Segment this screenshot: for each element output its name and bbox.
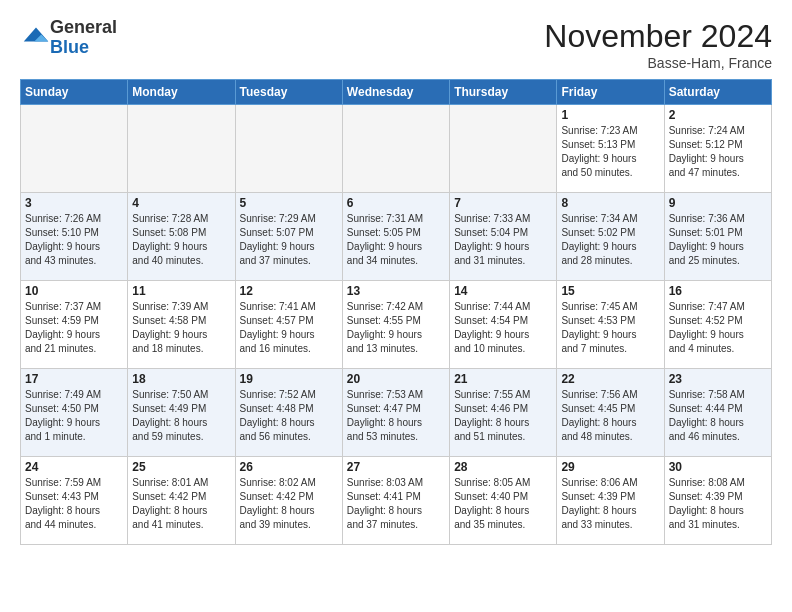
calendar-cell-w4-d1: 25Sunrise: 8:01 AM Sunset: 4:42 PM Dayli… (128, 457, 235, 545)
calendar-cell-w2-d1: 11Sunrise: 7:39 AM Sunset: 4:58 PM Dayli… (128, 281, 235, 369)
day-number: 23 (669, 372, 767, 386)
day-info: Sunrise: 7:34 AM Sunset: 5:02 PM Dayligh… (561, 212, 659, 268)
day-number: 22 (561, 372, 659, 386)
calendar-week-row-3: 17Sunrise: 7:49 AM Sunset: 4:50 PM Dayli… (21, 369, 772, 457)
day-info: Sunrise: 8:05 AM Sunset: 4:40 PM Dayligh… (454, 476, 552, 532)
day-number: 8 (561, 196, 659, 210)
calendar-cell-w3-d2: 19Sunrise: 7:52 AM Sunset: 4:48 PM Dayli… (235, 369, 342, 457)
day-info: Sunrise: 7:55 AM Sunset: 4:46 PM Dayligh… (454, 388, 552, 444)
day-number: 17 (25, 372, 123, 386)
calendar-cell-w0-d5: 1Sunrise: 7:23 AM Sunset: 5:13 PM Daylig… (557, 105, 664, 193)
calendar-cell-w1-d6: 9Sunrise: 7:36 AM Sunset: 5:01 PM Daylig… (664, 193, 771, 281)
day-number: 28 (454, 460, 552, 474)
header-saturday: Saturday (664, 80, 771, 105)
calendar-cell-w2-d4: 14Sunrise: 7:44 AM Sunset: 4:54 PM Dayli… (450, 281, 557, 369)
day-number: 10 (25, 284, 123, 298)
day-info: Sunrise: 7:24 AM Sunset: 5:12 PM Dayligh… (669, 124, 767, 180)
day-info: Sunrise: 7:56 AM Sunset: 4:45 PM Dayligh… (561, 388, 659, 444)
day-info: Sunrise: 7:29 AM Sunset: 5:07 PM Dayligh… (240, 212, 338, 268)
calendar-cell-w3-d3: 20Sunrise: 7:53 AM Sunset: 4:47 PM Dayli… (342, 369, 449, 457)
day-info: Sunrise: 7:39 AM Sunset: 4:58 PM Dayligh… (132, 300, 230, 356)
calendar-cell-w0-d0 (21, 105, 128, 193)
day-number: 4 (132, 196, 230, 210)
day-info: Sunrise: 7:42 AM Sunset: 4:55 PM Dayligh… (347, 300, 445, 356)
day-info: Sunrise: 7:44 AM Sunset: 4:54 PM Dayligh… (454, 300, 552, 356)
calendar-cell-w1-d4: 7Sunrise: 7:33 AM Sunset: 5:04 PM Daylig… (450, 193, 557, 281)
calendar-week-row-4: 24Sunrise: 7:59 AM Sunset: 4:43 PM Dayli… (21, 457, 772, 545)
logo-general: General (50, 17, 117, 37)
day-info: Sunrise: 8:01 AM Sunset: 4:42 PM Dayligh… (132, 476, 230, 532)
day-number: 18 (132, 372, 230, 386)
calendar-cell-w4-d0: 24Sunrise: 7:59 AM Sunset: 4:43 PM Dayli… (21, 457, 128, 545)
calendar-cell-w1-d5: 8Sunrise: 7:34 AM Sunset: 5:02 PM Daylig… (557, 193, 664, 281)
day-info: Sunrise: 7:58 AM Sunset: 4:44 PM Dayligh… (669, 388, 767, 444)
calendar-cell-w0-d4 (450, 105, 557, 193)
day-number: 6 (347, 196, 445, 210)
calendar-cell-w1-d1: 4Sunrise: 7:28 AM Sunset: 5:08 PM Daylig… (128, 193, 235, 281)
day-number: 16 (669, 284, 767, 298)
day-number: 11 (132, 284, 230, 298)
day-number: 21 (454, 372, 552, 386)
calendar-cell-w4-d3: 27Sunrise: 8:03 AM Sunset: 4:41 PM Dayli… (342, 457, 449, 545)
day-number: 3 (25, 196, 123, 210)
calendar-cell-w3-d0: 17Sunrise: 7:49 AM Sunset: 4:50 PM Dayli… (21, 369, 128, 457)
day-info: Sunrise: 7:37 AM Sunset: 4:59 PM Dayligh… (25, 300, 123, 356)
day-info: Sunrise: 7:31 AM Sunset: 5:05 PM Dayligh… (347, 212, 445, 268)
day-info: Sunrise: 8:02 AM Sunset: 4:42 PM Dayligh… (240, 476, 338, 532)
calendar-cell-w2-d3: 13Sunrise: 7:42 AM Sunset: 4:55 PM Dayli… (342, 281, 449, 369)
calendar-week-row-1: 3Sunrise: 7:26 AM Sunset: 5:10 PM Daylig… (21, 193, 772, 281)
calendar-cell-w4-d2: 26Sunrise: 8:02 AM Sunset: 4:42 PM Dayli… (235, 457, 342, 545)
day-info: Sunrise: 8:06 AM Sunset: 4:39 PM Dayligh… (561, 476, 659, 532)
calendar-cell-w2-d6: 16Sunrise: 7:47 AM Sunset: 4:52 PM Dayli… (664, 281, 771, 369)
day-info: Sunrise: 8:08 AM Sunset: 4:39 PM Dayligh… (669, 476, 767, 532)
calendar-cell-w2-d2: 12Sunrise: 7:41 AM Sunset: 4:57 PM Dayli… (235, 281, 342, 369)
day-number: 13 (347, 284, 445, 298)
day-number: 27 (347, 460, 445, 474)
logo: General Blue (20, 18, 117, 58)
day-number: 15 (561, 284, 659, 298)
day-number: 5 (240, 196, 338, 210)
calendar-cell-w0-d2 (235, 105, 342, 193)
calendar-cell-w1-d2: 5Sunrise: 7:29 AM Sunset: 5:07 PM Daylig… (235, 193, 342, 281)
calendar-cell-w1-d3: 6Sunrise: 7:31 AM Sunset: 5:05 PM Daylig… (342, 193, 449, 281)
day-info: Sunrise: 7:23 AM Sunset: 5:13 PM Dayligh… (561, 124, 659, 180)
header-friday: Friday (557, 80, 664, 105)
header-tuesday: Tuesday (235, 80, 342, 105)
day-info: Sunrise: 7:41 AM Sunset: 4:57 PM Dayligh… (240, 300, 338, 356)
calendar-cell-w2-d5: 15Sunrise: 7:45 AM Sunset: 4:53 PM Dayli… (557, 281, 664, 369)
header-wednesday: Wednesday (342, 80, 449, 105)
day-info: Sunrise: 7:59 AM Sunset: 4:43 PM Dayligh… (25, 476, 123, 532)
header-thursday: Thursday (450, 80, 557, 105)
weekday-header-row: Sunday Monday Tuesday Wednesday Thursday… (21, 80, 772, 105)
calendar-cell-w4-d6: 30Sunrise: 8:08 AM Sunset: 4:39 PM Dayli… (664, 457, 771, 545)
location: Basse-Ham, France (544, 55, 772, 71)
day-number: 7 (454, 196, 552, 210)
day-number: 24 (25, 460, 123, 474)
calendar-week-row-0: 1Sunrise: 7:23 AM Sunset: 5:13 PM Daylig… (21, 105, 772, 193)
title-block: November 2024 Basse-Ham, France (544, 18, 772, 71)
page: General Blue November 2024 Basse-Ham, Fr… (0, 0, 792, 612)
day-info: Sunrise: 7:45 AM Sunset: 4:53 PM Dayligh… (561, 300, 659, 356)
calendar-cell-w2-d0: 10Sunrise: 7:37 AM Sunset: 4:59 PM Dayli… (21, 281, 128, 369)
day-number: 12 (240, 284, 338, 298)
day-info: Sunrise: 7:26 AM Sunset: 5:10 PM Dayligh… (25, 212, 123, 268)
day-number: 2 (669, 108, 767, 122)
day-number: 30 (669, 460, 767, 474)
day-info: Sunrise: 7:53 AM Sunset: 4:47 PM Dayligh… (347, 388, 445, 444)
calendar-cell-w0-d1 (128, 105, 235, 193)
day-number: 25 (132, 460, 230, 474)
day-number: 14 (454, 284, 552, 298)
calendar-cell-w3-d6: 23Sunrise: 7:58 AM Sunset: 4:44 PM Dayli… (664, 369, 771, 457)
day-number: 29 (561, 460, 659, 474)
header-sunday: Sunday (21, 80, 128, 105)
logo-icon (22, 24, 50, 52)
day-number: 20 (347, 372, 445, 386)
day-number: 1 (561, 108, 659, 122)
calendar-table: Sunday Monday Tuesday Wednesday Thursday… (20, 79, 772, 545)
day-info: Sunrise: 7:52 AM Sunset: 4:48 PM Dayligh… (240, 388, 338, 444)
day-info: Sunrise: 7:33 AM Sunset: 5:04 PM Dayligh… (454, 212, 552, 268)
calendar-cell-w4-d5: 29Sunrise: 8:06 AM Sunset: 4:39 PM Dayli… (557, 457, 664, 545)
day-number: 26 (240, 460, 338, 474)
day-info: Sunrise: 7:36 AM Sunset: 5:01 PM Dayligh… (669, 212, 767, 268)
month-title: November 2024 (544, 18, 772, 55)
